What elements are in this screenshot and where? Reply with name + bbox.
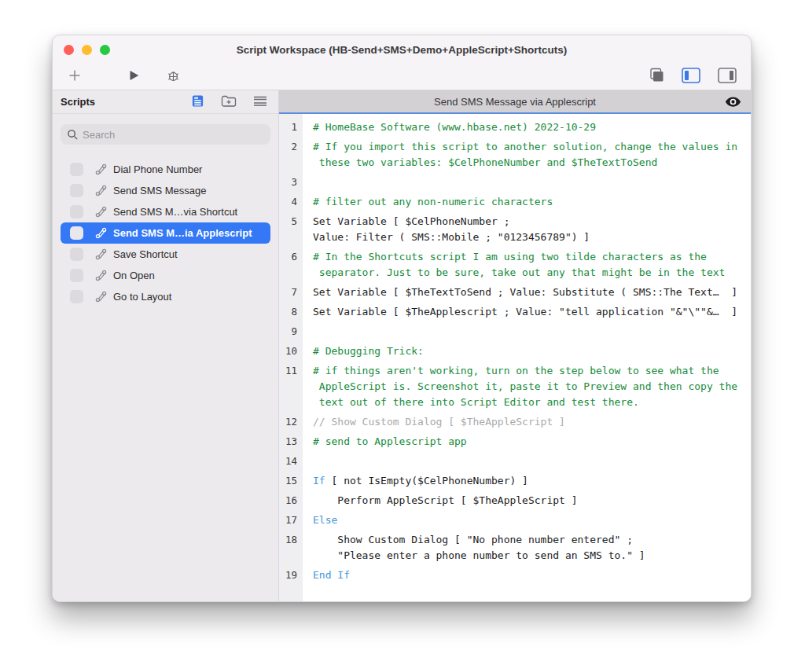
script-step[interactable]: 18 Show Custom Dialog [ "No phone number… [279, 532, 751, 564]
line-number: 11 [279, 363, 303, 410]
step-text: # send to Applescript app [303, 434, 467, 450]
list-lines-icon [253, 94, 267, 110]
code-area[interactable]: 1# HomeBase Software (www.hbase.net) 202… [279, 114, 751, 601]
traffic-lights [64, 45, 110, 55]
step-text: If [ not IsEmpty($CelPhoneNumber) ] [303, 473, 528, 489]
script-list-item[interactable]: On Open [61, 265, 270, 286]
script-workspace-window: Script Workspace (HB-Send+SMS+Demo+Apple… [52, 35, 752, 602]
editor-tab-title: Send SMS Message via Applescript [434, 96, 596, 108]
script-label: Go to Layout [113, 291, 171, 303]
script-step[interactable]: 16 Perform AppleScript [ $TheAppleScript… [279, 493, 751, 509]
step-text: Show Custom Dialog [ "No phone number en… [303, 532, 645, 564]
script-step[interactable]: 14 [279, 454, 751, 469]
script-label: Send SMS M…ia Applescript [113, 227, 252, 239]
editor-tab-bar[interactable]: Send SMS Message via Applescript [279, 90, 751, 114]
script-list: Dial Phone NumberSend SMS MessageSend SM… [53, 159, 278, 307]
bug-icon [166, 68, 181, 86]
line-number: 19 [279, 567, 303, 583]
script-list-item[interactable]: Save Shortcut [61, 244, 270, 265]
script-scroll-icon [94, 226, 108, 240]
script-scroll-icon [94, 269, 108, 282]
script-step[interactable]: 10# Debugging Trick: [279, 343, 751, 359]
line-number: 16 [279, 493, 303, 509]
script-step[interactable]: 15If [ not IsEmpty($CelPhoneNumber) ] [279, 473, 751, 489]
script-list-item[interactable]: Send SMS Message [61, 180, 270, 201]
step-text: # if things aren't working, turn on the … [303, 363, 737, 410]
code-lines: 1# HomeBase Software (www.hbase.net) 202… [279, 119, 751, 583]
script-checkbox[interactable] [70, 226, 83, 240]
script-step[interactable]: 13# send to Applescript app [279, 434, 751, 450]
folder-plus-icon [221, 94, 237, 110]
step-text: Else [303, 512, 337, 528]
view-options-button[interactable] [250, 93, 270, 112]
new-script-button[interactable] [64, 66, 86, 87]
new-script-list-button[interactable] [188, 93, 208, 112]
script-list-icon [191, 94, 204, 110]
script-step[interactable]: 8Set Variable [ $TheApplescript ; Value:… [279, 304, 751, 320]
right-pane-icon [718, 68, 737, 86]
minimize-window-button[interactable] [82, 45, 92, 55]
step-text: Set Variable [ $CelPhoneNumber ;Value: F… [303, 214, 590, 245]
script-checkbox[interactable] [70, 163, 83, 176]
line-number: 7 [279, 285, 303, 300]
script-step[interactable]: 5Set Variable [ $CelPhoneNumber ;Value: … [279, 214, 751, 245]
script-list-item[interactable]: Send SMS M…via Shortcut [61, 201, 270, 222]
zoom-window-button[interactable] [100, 45, 110, 55]
script-scroll-icon [94, 205, 108, 218]
script-label: Dial Phone Number [113, 163, 202, 175]
script-step[interactable]: 6# In the Shortcuts script I am using tw… [279, 249, 751, 281]
script-label: Save Shortcut [113, 248, 178, 260]
toggle-right-pane-button[interactable] [715, 66, 740, 87]
duplicate-button[interactable] [645, 66, 667, 87]
step-text: Set Variable [ $TheTextToSend ; Value: S… [303, 285, 737, 300]
line-number: 6 [279, 249, 303, 281]
line-number: 1 [279, 119, 303, 135]
step-text: # If you import this script to another s… [303, 139, 737, 171]
new-folder-button[interactable] [218, 93, 240, 112]
script-step[interactable]: 2# If you import this script to another … [279, 139, 751, 171]
script-scroll-icon [94, 184, 108, 197]
script-step[interactable]: 7Set Variable [ $TheTextToSend ; Value: … [279, 285, 751, 300]
script-step[interactable]: 12// Show Custom Dialog [ $TheAppleScrip… [279, 414, 751, 430]
window-title: Script Workspace (HB-Send+SMS+Demo+Apple… [53, 44, 751, 56]
run-script-button[interactable] [123, 67, 144, 86]
step-text: # HomeBase Software (www.hbase.net) 2022… [303, 119, 596, 135]
search-input[interactable] [61, 124, 270, 145]
step-text: Set Variable [ $TheApplescript ; Value: … [303, 304, 737, 320]
step-text [303, 454, 319, 469]
left-pane-icon [682, 68, 700, 86]
script-step[interactable]: 9 [279, 324, 751, 340]
script-checkbox[interactable] [70, 184, 83, 197]
plus-icon [67, 68, 83, 86]
line-number: 9 [279, 324, 303, 340]
script-step[interactable]: 17Else [279, 512, 751, 528]
script-checkbox[interactable] [70, 290, 83, 303]
close-window-button[interactable] [64, 45, 74, 55]
step-text: # In the Shortcuts script I am using two… [303, 249, 725, 281]
toolbar [53, 64, 751, 90]
script-step[interactable]: 3 [279, 174, 751, 190]
script-label: Send SMS Message [113, 185, 207, 196]
toggle-left-pane-button[interactable] [678, 66, 704, 87]
script-scroll-icon [94, 248, 108, 261]
play-icon [127, 68, 141, 85]
script-editor: Send SMS Message via Applescript 1# Home… [279, 90, 751, 601]
script-checkbox[interactable] [70, 205, 83, 218]
scripts-sidebar: Scripts [53, 90, 279, 601]
script-list-item[interactable]: Go to Layout [61, 286, 270, 307]
step-text [303, 324, 319, 340]
script-step[interactable]: 11# if things aren't working, turn on th… [279, 363, 751, 410]
step-text: // Show Custom Dialog [ $TheAppleScript … [303, 414, 565, 430]
script-label: Send SMS M…via Shortcut [113, 206, 237, 218]
preview-eye-icon[interactable] [725, 96, 741, 111]
script-step[interactable]: 19End If [279, 567, 751, 583]
script-step[interactable]: 1# HomeBase Software (www.hbase.net) 202… [279, 119, 751, 135]
debug-script-button[interactable] [163, 67, 184, 87]
script-list-item[interactable]: Dial Phone Number [61, 159, 270, 180]
script-checkbox[interactable] [70, 248, 83, 261]
script-list-item[interactable]: Send SMS M…ia Applescript [61, 222, 270, 244]
line-number: 8 [279, 304, 303, 320]
script-checkbox[interactable] [70, 269, 83, 282]
script-step[interactable]: 4# filter out any non-numeric characters [279, 194, 751, 210]
search-icon [67, 129, 79, 144]
